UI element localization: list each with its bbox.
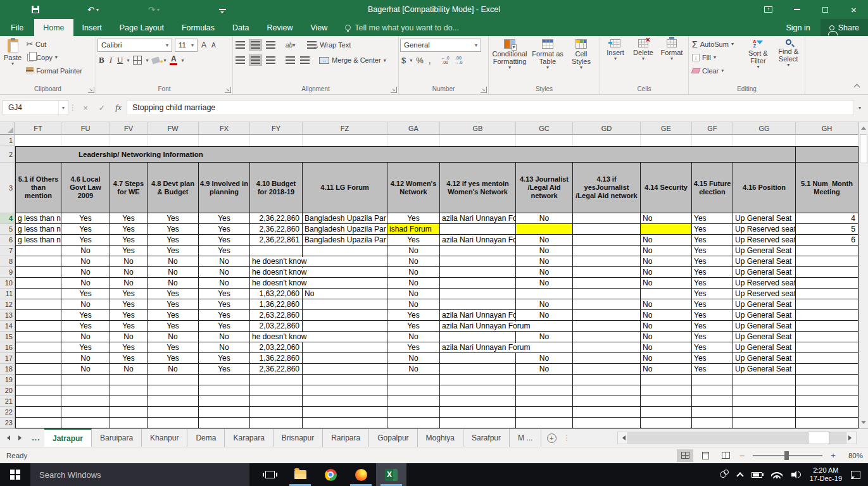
cell-GC18[interactable]: No	[516, 364, 573, 375]
header-cell-FT[interactable]: 5.1 if Others than mention	[15, 163, 61, 213]
cell-GF1[interactable]	[692, 135, 733, 146]
cell-FY9[interactable]: he doesn't know	[250, 267, 303, 278]
header-cell-GG[interactable]: 4.16 Position	[733, 163, 796, 213]
insert-cells-button[interactable]: Insert ▾	[601, 37, 629, 84]
cell-FX21[interactable]	[199, 396, 250, 407]
cell-FW14[interactable]: Yes	[148, 321, 199, 332]
cell-FY16[interactable]: 2,03,22,060	[250, 342, 303, 353]
collapse-ribbon-icon[interactable]	[854, 84, 860, 90]
cell-GF12[interactable]: Yes	[692, 299, 733, 310]
cell-FZ23[interactable]	[303, 418, 387, 428]
tab-formulas[interactable]: Formulas	[173, 19, 223, 36]
align-top-button[interactable]	[234, 40, 246, 50]
vertical-scrollbar-thumb[interactable]	[860, 134, 867, 163]
tab-data[interactable]: Data	[223, 19, 258, 36]
show-hidden-icons-chevron[interactable]	[736, 472, 743, 479]
column-header-FU[interactable]: FU	[61, 122, 110, 135]
cell-GD1[interactable]	[573, 135, 641, 146]
decrease-decimal-button[interactable]: .00→.0	[453, 54, 464, 66]
cell-FW13[interactable]: Yes	[148, 310, 199, 321]
cell-FX5[interactable]: Yes	[199, 224, 250, 235]
column-header-GB[interactable]: GB	[440, 122, 516, 135]
header-cell-GD[interactable]: 4.13 if yesJournalist /Legal Aid network	[573, 163, 641, 213]
cell-FX23[interactable]	[199, 418, 250, 428]
cell-GA12[interactable]: No	[387, 299, 440, 310]
cell-GH6[interactable]: 6	[796, 235, 859, 246]
sheet-tab-karapara[interactable]: Karapara	[225, 429, 273, 447]
cell-GG9[interactable]: Up General Seat	[733, 267, 796, 278]
delete-cells-button[interactable]: Delete ▾	[629, 37, 657, 84]
cell-FT21[interactable]	[15, 396, 61, 407]
cell-GC8[interactable]: No	[516, 256, 573, 267]
row-header-12[interactable]: 12	[0, 299, 15, 310]
cell-FW15[interactable]: No	[148, 332, 199, 342]
cell-GB4[interactable]: azila Nari Unnayan Fo	[440, 213, 516, 224]
cell-GC4[interactable]: No	[516, 213, 573, 224]
cell-GD21[interactable]	[573, 396, 641, 407]
cell-FZ20[interactable]	[303, 385, 387, 396]
cell-FW6[interactable]: Yes	[148, 235, 199, 246]
page-break-view-button[interactable]	[717, 449, 734, 462]
cell-GC23[interactable]	[516, 418, 573, 428]
cell-FU14[interactable]: Yes	[61, 321, 110, 332]
cell-FZ8[interactable]	[303, 256, 387, 267]
cell-FU7[interactable]: No	[61, 246, 110, 256]
column-header-FZ[interactable]: FZ	[303, 122, 387, 135]
cell-FW20[interactable]	[148, 385, 199, 396]
cell-GE13[interactable]: No	[641, 310, 692, 321]
percent-style-button[interactable]: %	[415, 54, 425, 66]
header-cell-FU[interactable]: 4.6 Local Govt Law 2009	[61, 163, 110, 213]
format-painter-button[interactable]: Format Painter	[24, 64, 84, 77]
tab-file[interactable]: File	[0, 19, 34, 36]
cell-FW18[interactable]: No	[148, 364, 199, 375]
cell-GA7[interactable]: No	[387, 246, 440, 256]
cell-GF15[interactable]: Yes	[692, 332, 733, 342]
cell-FY22[interactable]	[250, 407, 303, 418]
cell-FY23[interactable]	[250, 418, 303, 428]
cell-FY13[interactable]: 2,63,22,860	[250, 310, 303, 321]
cell-FV15[interactable]: No	[110, 332, 148, 342]
cell-FZ13[interactable]	[303, 310, 387, 321]
sheet-tab-dema[interactable]: Dema	[187, 429, 225, 447]
cell-FV22[interactable]	[110, 407, 148, 418]
column-header-FV[interactable]: FV	[110, 122, 148, 135]
clear-button[interactable]: Clear▾	[690, 64, 743, 77]
zoom-percentage[interactable]: 80%	[841, 452, 863, 459]
increase-font-size-button[interactable]: A	[200, 39, 208, 51]
cell-GB1[interactable]	[440, 135, 516, 146]
cell-FU9[interactable]: No	[61, 267, 110, 278]
cell-GB20[interactable]	[440, 385, 516, 396]
column-header-GG[interactable]: GG	[733, 122, 796, 135]
action-center-icon[interactable]	[851, 471, 860, 479]
people-icon[interactable]	[720, 471, 726, 478]
cell-FV17[interactable]: Yes	[110, 353, 148, 364]
cell-GC15[interactable]: No	[516, 332, 573, 342]
format-as-table-button[interactable]: Format as Table ▾	[529, 37, 566, 84]
font-family-select[interactable]: Calibri▾	[97, 39, 172, 52]
cell-FZ11[interactable]: No	[303, 289, 387, 299]
accounting-format-button[interactable]: $	[400, 54, 407, 66]
column-header-GD[interactable]: GD	[573, 122, 641, 135]
cell-GA22[interactable]	[387, 407, 440, 418]
cell-FZ12[interactable]	[303, 299, 387, 310]
header-cell-GB[interactable]: 4.12 if yes mentoin Women's Network	[440, 163, 516, 213]
wifi-icon[interactable]	[771, 471, 783, 478]
cell-GF19[interactable]	[692, 375, 733, 385]
sheet-overflow-left[interactable]: ...	[28, 429, 44, 447]
cell-FW17[interactable]: Yes	[148, 353, 199, 364]
tab-home[interactable]: Home	[34, 19, 73, 36]
cell-GB16[interactable]: azila Nari Unnayan Forum	[440, 342, 516, 353]
cell-FT10[interactable]	[15, 278, 61, 289]
cell-GA23[interactable]	[387, 418, 440, 428]
cell-FT16[interactable]	[15, 342, 61, 353]
cell-GC11[interactable]	[516, 289, 573, 299]
start-button[interactable]	[0, 463, 30, 486]
cell-merged-group-header[interactable]: Leadership/ Networking Information	[15, 146, 796, 163]
row-header-8[interactable]: 8	[0, 256, 15, 267]
cell-GH17[interactable]	[796, 353, 859, 364]
cell-GF4[interactable]: Yes	[692, 213, 733, 224]
cell-GF7[interactable]: Yes	[692, 246, 733, 256]
cell-FY18[interactable]: 2,36,22,860	[250, 364, 303, 375]
cell-GC17[interactable]: No	[516, 353, 573, 364]
cell-FT1[interactable]	[15, 135, 61, 146]
